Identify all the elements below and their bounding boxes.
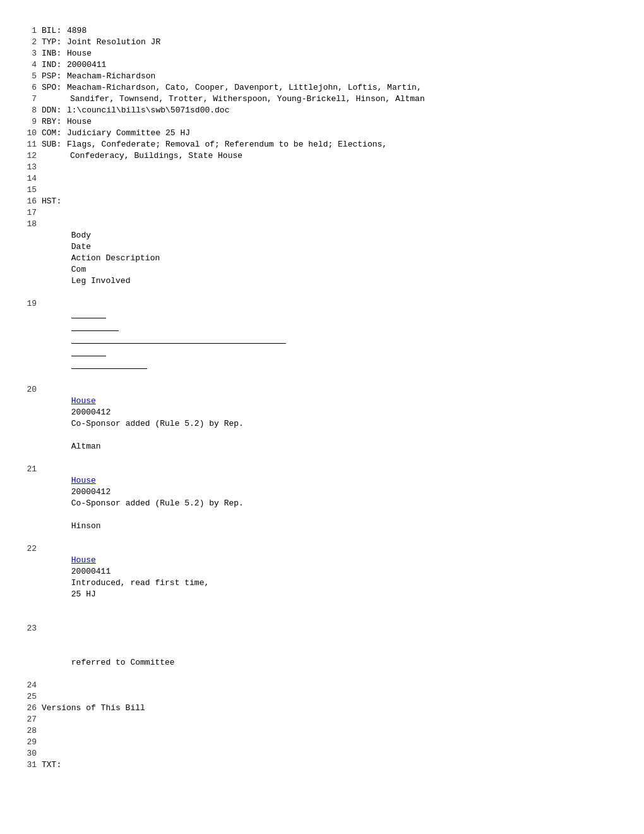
hist-leg-20: Altman [71,441,101,452]
line-7: 7 Sandifer, Townsend, Trotter, Witherspo… [19,94,625,105]
line-16: 16 HST: [19,196,625,207]
line-num-1: 1 [19,25,37,37]
value-bil: 4898 [67,26,86,35]
line-content-9: RBY: House [42,116,625,128]
line-num-24: 24 [19,680,37,691]
line-num-19: 19 [19,298,37,310]
line-content-3: INB: House [42,48,625,59]
line-num-20: 20 [19,384,37,396]
line-content-16: HST: [42,196,625,207]
hist-col-date: Date [71,241,119,253]
line-num-30: 30 [19,748,37,759]
hist-action-22: Introduced, read first time, [71,577,286,589]
line-num-10: 10 [19,128,37,139]
label-inb: INB: [42,48,67,59]
line-27: 27 [19,714,625,725]
versions-text: Versions of This Bill [42,703,625,714]
line-content-4: IND: 20000411 [42,59,625,71]
line-num-28: 28 [19,725,37,737]
line-2: 2 TYP: Joint Resolution JR [19,37,625,48]
value-ddn: l:\council\bills\swb\5071sd00.doc [67,106,229,115]
hist-row-20: 20 House 20000412 Co-Sponsor added (Rule… [19,384,625,464]
value-spo: Meacham-Richardson, Cato, Cooper, Davenp… [67,83,422,92]
label-rby: RBY: [42,116,67,128]
line-content-11: SUB: Flags, Confederate; Removal of; Ref… [42,139,625,150]
hist-body-link-20[interactable]: House [71,396,106,407]
line-num-2: 2 [19,37,37,48]
line-26: 26 Versions of This Bill [19,703,625,714]
hist-body-link-22[interactable]: House [71,555,106,566]
value-psp: Meacham-Richardson [67,71,155,81]
line-num-23: 23 [19,623,37,634]
divider-content [42,298,625,384]
label-ind: IND: [42,59,67,71]
line-30: 30 [19,748,625,759]
line-num-13: 13 [19,162,37,173]
line-num-6: 6 [19,82,37,94]
hist-action-21: Co-Sponsor added (Rule 5.2) by Rep. [71,498,286,509]
label-spo: SPO: [42,82,67,94]
line-num-18: 18 [19,219,37,230]
line-6: 6 SPO: Meacham-Richardson, Cato, Cooper,… [19,82,625,94]
line-4: 4 IND: 20000411 [19,59,625,71]
hist-header-content: Body Date Action Description Com Leg Inv… [42,219,625,298]
line-num-12: 12 [19,150,37,162]
line-num-31: 31 [19,759,37,771]
line-num-4: 4 [19,59,37,71]
label-hst: HST: [42,196,67,207]
line-content-12: Confederacy, Buildings, State House [42,150,625,162]
line-num-3: 3 [19,48,37,59]
hist-action-23: referred to Committee [71,657,286,668]
hist-date-21: 20000412 [71,486,119,498]
hist-row-22-content: House 20000411 Introduced, read first ti… [42,543,625,623]
hist-row-22: 22 House 20000411 Introduced, read first… [19,543,625,623]
line-25: 25 [19,691,625,703]
value-spo-cont: Sandifer, Townsend, Trotter, Witherspoon… [70,94,425,104]
hist-col-com: Com [71,264,112,275]
line-num-17: 17 [19,207,37,219]
label-psp: PSP: [42,71,67,82]
line-content-7: Sandifer, Townsend, Trotter, Witherspoon… [42,94,625,105]
line-8: 8 DDN: l:\council\bills\swb\5071sd00.doc [19,105,625,116]
line-13: 13 [19,162,625,173]
line-5: 5 PSP: Meacham-Richardson [19,71,625,82]
line-num-22: 22 [19,543,37,555]
label-typ: TYP: [42,37,67,48]
line-num-5: 5 [19,71,37,82]
hist-date-20: 20000412 [71,407,119,418]
label-ddn: DDN: [42,105,67,116]
line-num-8: 8 [19,105,37,116]
line-num-29: 29 [19,737,37,748]
hist-col-body: Body [71,230,106,241]
line-31: 31 TXT: [19,759,625,771]
value-rby: House [67,117,92,126]
line-num-11: 11 [19,139,37,150]
hist-row-20-content: House 20000412 Co-Sponsor added (Rule 5.… [42,384,625,464]
line-content-8: DDN: l:\council\bills\swb\5071sd00.doc [42,105,625,116]
hist-date-22: 20000411 [71,566,119,577]
hist-header-row: 18 Body Date Action Description Com Leg … [19,219,625,298]
line-19-divider: 19 [19,298,625,384]
line-14: 14 [19,173,625,184]
line-num-7: 7 [19,94,37,105]
line-24: 24 [19,680,625,691]
hist-row-23-content: referred to Committee [42,623,625,680]
line-3: 3 INB: House [19,48,625,59]
line-content-6: SPO: Meacham-Richardson, Cato, Cooper, D… [42,82,625,94]
hist-leg-21: Hinson [71,521,101,532]
hist-row-21-content: House 20000412 Co-Sponsor added (Rule 5.… [42,464,625,543]
line-num-14: 14 [19,173,37,184]
value-typ: Joint Resolution JR [67,37,160,47]
line-15: 15 [19,184,625,196]
line-content-5: PSP: Meacham-Richardson [42,71,625,82]
value-sub-cont: Confederacy, Buildings, State House [70,151,242,160]
value-sub: Flags, Confederate; Removal of; Referend… [67,140,387,149]
hist-row-23: 23 referred to Committee [19,623,625,680]
label-bil: BIL: [42,25,67,37]
line-num-16: 16 [19,196,37,207]
line-11: 11 SUB: Flags, Confederate; Removal of; … [19,139,625,150]
value-inb: House [67,49,92,58]
hist-body-link-21[interactable]: House [71,475,106,486]
label-sub: SUB: [42,139,67,150]
line-29: 29 [19,737,625,748]
